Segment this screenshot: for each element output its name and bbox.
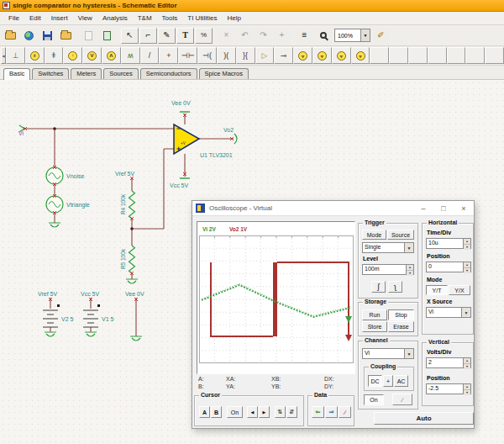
spin-up-icon[interactable]: ▴ — [464, 262, 470, 268]
minimize-button[interactable]: – — [413, 202, 433, 215]
menu-edit[interactable]: Edit — [24, 13, 46, 23]
palette-current-source[interactable]: ↑ — [63, 47, 82, 64]
oscilloscope-title-bar[interactable]: Oscilloscope - Virtual – □ × — [192, 201, 474, 216]
cursor-left-button[interactable]: ◀ — [247, 406, 258, 418]
spin-up-icon[interactable]: ▴ — [464, 239, 470, 245]
menu-analysis[interactable]: Analysis — [97, 13, 133, 23]
cursor-a-button[interactable]: A — [199, 406, 210, 418]
text-tool-button[interactable]: T — [176, 28, 194, 44]
spin-up-icon[interactable]: ▴ — [407, 265, 413, 271]
delete-tool-button[interactable]: % — [195, 28, 213, 44]
storage-store-button[interactable]: Store — [362, 321, 387, 332]
spin-down-icon[interactable]: ▾ — [464, 364, 470, 369]
close-button[interactable]: × — [454, 202, 474, 215]
palette-voltage-generator[interactable]: V — [82, 47, 102, 64]
channel-invert-button[interactable]: ∕ — [392, 394, 412, 405]
palette-ground[interactable]: ⊥ — [6, 47, 25, 64]
zoom-level-select[interactable]: 100% ▼ — [334, 29, 370, 42]
cursor-on-button[interactable]: On — [227, 406, 243, 418]
menu-insert[interactable]: Insert — [46, 13, 73, 23]
oscilloscope-window[interactable]: Oscilloscope - Virtual – □ × Vi 2V Vo2 1… — [192, 200, 475, 429]
x-source-select[interactable]: Vi ▼ — [426, 307, 471, 318]
chevron-down-icon[interactable]: ▼ — [404, 243, 413, 252]
spin-down-icon[interactable]: ▾ — [464, 390, 470, 395]
spin-down-icon[interactable]: ▾ — [464, 268, 470, 273]
palette-opamp[interactable]: ▷ — [255, 47, 275, 64]
mode-yx-button[interactable]: Y/X — [449, 285, 470, 295]
tab-switches[interactable]: Switches — [32, 68, 69, 79]
palette-switch[interactable]: / — [140, 47, 160, 64]
palette-battery[interactable]: ǂ — [45, 47, 64, 64]
tab-sources[interactable]: Sources — [103, 68, 139, 79]
add-button[interactable]: + — [273, 28, 291, 44]
menu-file[interactable]: File — [3, 13, 24, 23]
coupling-ac-button[interactable]: AC — [394, 375, 408, 387]
wire-tool-button[interactable]: ⌐ — [139, 28, 157, 44]
tab-basic[interactable]: Basic — [3, 68, 30, 80]
mode-yt-button[interactable]: Y/T — [426, 285, 448, 295]
auto-button[interactable]: Auto — [374, 412, 474, 425]
storage-stop-button[interactable]: Stop — [388, 309, 414, 320]
storage-erase-button[interactable]: Erase — [388, 321, 414, 332]
export-button[interactable] — [20, 28, 38, 44]
trigger-source-button[interactable]: Source — [387, 230, 414, 240]
output-terminal-vo2[interactable] — [234, 134, 237, 144]
cursor-up-button[interactable]: ⇅ — [275, 406, 286, 418]
zoom-button[interactable] — [314, 28, 332, 44]
spinner-arrows[interactable]: ▴▾ — [463, 239, 470, 248]
palette-diode[interactable]: ▿ — [293, 47, 312, 64]
pen-settings-button[interactable]: ✐ — [372, 28, 390, 44]
tab-spice-macros[interactable]: Spice Macros — [199, 68, 249, 79]
opamp-u1[interactable]: +V — [174, 124, 199, 154]
resistor-r4[interactable] — [129, 191, 135, 219]
data-edit-button[interactable]: ∕ — [339, 406, 351, 418]
resistor-r5[interactable] — [129, 246, 135, 273]
spinner-arrows[interactable]: ▴▾ — [463, 384, 470, 394]
palette-current-generator[interactable]: A — [102, 47, 121, 64]
redo-button[interactable]: ↷ — [255, 28, 272, 44]
storage-run-button[interactable]: Run — [362, 309, 387, 320]
trigger-falling-edge-button[interactable]: ʅ — [388, 281, 402, 293]
save-button[interactable] — [39, 28, 56, 44]
data-export-button[interactable]: ⇒ — [325, 406, 338, 418]
import-button[interactable] — [57, 28, 75, 44]
menu-help[interactable]: Help — [222, 13, 245, 23]
trigger-mode-button[interactable]: Mode — [362, 230, 386, 240]
volts-div-spin[interactable]: 2 ▴▾ — [426, 357, 471, 368]
vnoise-source[interactable] — [46, 167, 63, 184]
copy-button[interactable] — [80, 28, 97, 44]
draw-tool-button[interactable]: ✎ — [158, 28, 176, 44]
select-tool-button[interactable]: ↖ — [121, 28, 139, 44]
time-div-spin[interactable]: 10u ▴▾ — [426, 238, 471, 249]
chevron-down-icon[interactable]: ▼ — [461, 308, 470, 317]
v-position-spin[interactable]: -2.5 ▴▾ — [426, 383, 471, 394]
palette-photodiode[interactable]: ▿ — [351, 47, 370, 64]
flip-button[interactable]: × — [218, 28, 235, 44]
trigger-rising-edge-button[interactable]: ʃ — [371, 281, 386, 293]
chevron-down-icon[interactable]: ▼ — [360, 29, 370, 41]
spinner-arrows[interactable]: ▴▾ — [463, 358, 470, 367]
coupling-ground-button[interactable]: + — [383, 375, 393, 387]
undo-button[interactable]: ↶ — [236, 28, 254, 44]
menu-ti-utilities[interactable]: TI Utilities — [182, 13, 222, 23]
cursor-b-button[interactable]: B — [211, 406, 222, 418]
palette-voltage-source[interactable]: ± — [25, 47, 45, 64]
spin-up-icon[interactable]: ▴ — [464, 358, 470, 364]
palette-connector[interactable]: ⊸ — [274, 47, 293, 64]
data-import-button[interactable]: ⇐ — [312, 406, 324, 418]
cursor-down-button[interactable]: ⇵ — [286, 406, 297, 418]
coupling-dc-button[interactable]: DC — [368, 375, 382, 387]
list-button[interactable]: ≡ — [296, 28, 313, 44]
tab-meters[interactable]: Meters — [71, 68, 102, 79]
menu-tools[interactable]: Tools — [157, 13, 183, 23]
palette-resistor[interactable]: ʍ — [121, 47, 140, 64]
h-position-spin[interactable]: 0 ▴▾ — [426, 262, 471, 272]
palette-led[interactable]: ▿ — [332, 47, 351, 64]
battery-v1[interactable] — [83, 304, 100, 327]
channel-select[interactable]: Vi ▼ — [362, 348, 414, 359]
trigger-mode-select[interactable]: Single ▼ — [362, 242, 414, 253]
spinner-arrows[interactable]: ▴▾ — [463, 262, 470, 272]
open-button[interactable] — [2, 28, 19, 44]
palette-polarized-capacitor[interactable]: ⊣( — [197, 47, 217, 64]
tab-semiconductors[interactable]: Semiconductors — [140, 68, 197, 79]
